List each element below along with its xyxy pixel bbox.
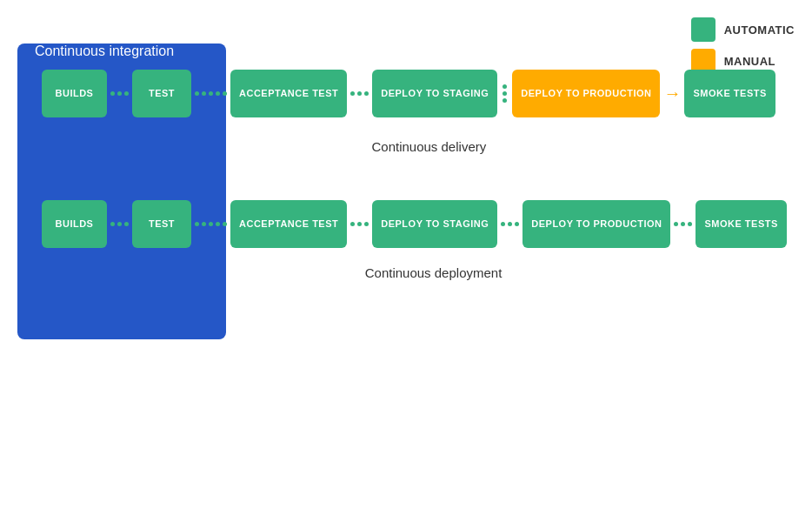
deployment-production-box: DEPLOY TO PRODUCTION	[522, 200, 670, 248]
deployment-production-label: DEPLOY TO PRODUCTION	[531, 218, 662, 230]
delivery-builds-label: BUILDS	[56, 87, 94, 99]
deployment-test-label: TEST	[149, 218, 175, 230]
delivery-pipeline-row: BUILDS TEST ACCEPTANCE TEST	[17, 70, 795, 117]
dot	[350, 222, 355, 226]
dot	[674, 222, 678, 226]
deployment-dots-2	[191, 222, 230, 226]
deployment-builds-label: BUILDS	[56, 218, 94, 230]
delivery-row-label: Continuous delivery	[371, 139, 486, 154]
dot	[117, 91, 122, 96]
dot	[195, 91, 199, 96]
dot	[216, 91, 220, 96]
dot	[202, 222, 206, 226]
dot	[223, 91, 227, 96]
dot	[501, 222, 505, 226]
rows-container: Continuous integration BUILDS TEST	[17, 17, 795, 365]
dot	[681, 222, 685, 226]
deployment-pipeline-row: BUILDS TEST ACCEPTANCE TEST	[17, 200, 795, 248]
delivery-builds-box: BUILDS	[42, 70, 107, 117]
delivery-production-box: DEPLOY TO PRODUCTION	[512, 70, 660, 117]
deployment-smoke-label: SMOKE TESTS	[704, 218, 777, 230]
deployment-dots-5	[670, 222, 696, 226]
delivery-acceptance-label: ACCEPTANCE TEST	[239, 87, 338, 99]
dot	[508, 222, 512, 226]
dot	[209, 91, 213, 96]
delivery-dots-1	[107, 91, 132, 96]
deployment-dots-4	[497, 222, 522, 226]
deployment-row-label: Continuous deployment	[365, 265, 503, 280]
delivery-dots-3	[347, 91, 372, 96]
deployment-staging-box: DEPLOY TO STAGING	[372, 200, 497, 248]
deployment-dots-3	[347, 222, 372, 226]
delivery-production-label: DEPLOY TO PRODUCTION	[521, 87, 651, 99]
deployment-acceptance-label: ACCEPTANCE TEST	[239, 218, 338, 230]
dot	[216, 222, 220, 226]
dot	[503, 91, 507, 96]
ci-label: Continuous integration	[17, 28, 191, 58]
deployment-acceptance-box: ACCEPTANCE TEST	[230, 200, 347, 248]
delivery-dots-4	[497, 84, 512, 103]
deployment-smoke-box: SMOKE TESTS	[696, 200, 786, 248]
delivery-test-box: TEST	[132, 70, 191, 117]
dot	[124, 222, 129, 226]
dot	[202, 91, 206, 96]
dot	[223, 222, 227, 226]
deployment-staging-label: DEPLOY TO STAGING	[381, 218, 489, 230]
dot	[110, 91, 115, 96]
dot	[209, 222, 213, 226]
dot	[110, 222, 115, 226]
delivery-arrow: →	[660, 84, 684, 104]
dot	[357, 91, 362, 96]
dot	[350, 91, 355, 96]
dot	[688, 222, 692, 226]
delivery-dots-2	[191, 91, 230, 96]
dot	[503, 98, 507, 103]
deployment-builds-box: BUILDS	[42, 200, 107, 248]
delivery-staging-label: DEPLOY TO STAGING	[381, 87, 489, 99]
delivery-acceptance-box: ACCEPTANCE TEST	[230, 70, 347, 117]
deployment-dots-1	[107, 222, 132, 226]
delivery-test-label: TEST	[149, 87, 175, 99]
delivery-smoke-box: SMOKE TESTS	[684, 70, 775, 117]
main-container: AUTOMATIC MANUAL Continuous integration …	[17, 17, 795, 509]
delivery-smoke-label: SMOKE TESTS	[693, 87, 766, 99]
dot	[364, 222, 369, 226]
dot	[124, 91, 129, 96]
dot	[515, 222, 519, 226]
deployment-test-box: TEST	[132, 200, 191, 248]
dot	[195, 222, 199, 226]
dot	[364, 91, 369, 96]
dot	[357, 222, 362, 226]
dot	[117, 222, 122, 226]
delivery-staging-box: DEPLOY TO STAGING	[372, 70, 497, 117]
dot	[503, 84, 507, 89]
